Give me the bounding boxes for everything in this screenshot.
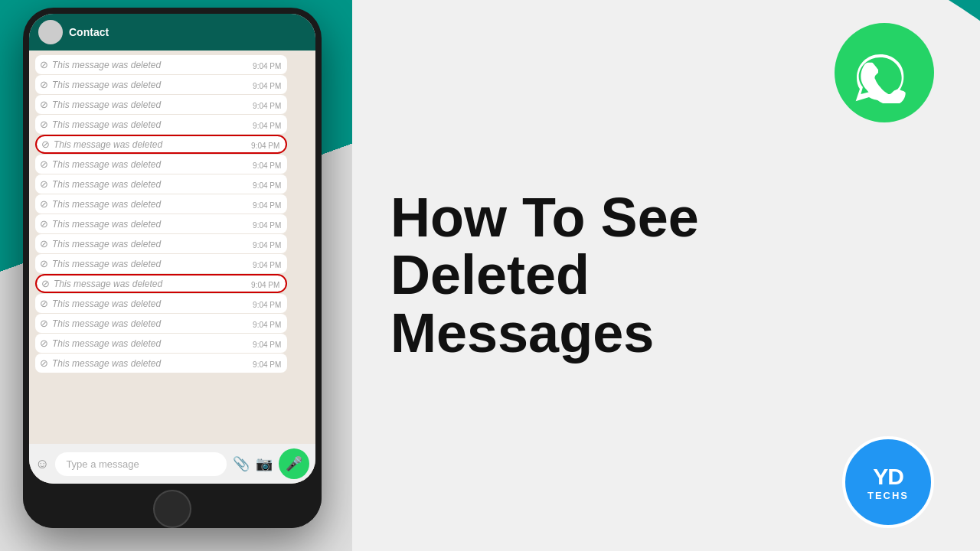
deleted-text: This message was deleted xyxy=(52,239,161,249)
deleted-icon: ⊘ xyxy=(40,79,48,90)
deleted-text: This message was deleted xyxy=(52,259,161,269)
message-time: 9:04 PM xyxy=(253,241,281,249)
deleted-icon: ⊘ xyxy=(40,357,48,369)
chat-avatar xyxy=(38,20,63,44)
chat-name: Contact xyxy=(69,26,109,38)
home-button[interactable] xyxy=(153,490,191,528)
yd-techs-logo: YD TECHS xyxy=(842,436,934,528)
message-item: ⊘ This message was deleted 9:04 PM xyxy=(35,334,287,353)
message-time: 9:04 PM xyxy=(253,221,281,230)
deleted-icon: ⊘ xyxy=(40,198,48,210)
deleted-text: This message was deleted xyxy=(52,60,161,70)
message-time: 9:04 PM xyxy=(253,360,281,369)
deleted-text: This message was deleted xyxy=(52,219,161,230)
deleted-text: This message was deleted xyxy=(52,318,161,329)
yd-text: YD xyxy=(873,464,903,490)
phone-screen: Contact ⊘ This message was deleted 9:04 … xyxy=(29,14,315,484)
deleted-text: This message was deleted xyxy=(52,358,161,369)
message-item: ⊘ This message was deleted 9:04 PM xyxy=(35,75,287,94)
left-panel: Contact ⊘ This message was deleted 9:04 … xyxy=(0,0,352,551)
deleted-icon: ⊘ xyxy=(41,139,50,150)
message-left: ⊘ This message was deleted xyxy=(40,357,161,369)
right-panel: How To See Deleted Messages YD TECHS xyxy=(352,0,980,551)
message-time: 9:04 PM xyxy=(253,201,281,210)
message-time: 9:04 PM xyxy=(253,301,281,309)
right-content: How To See Deleted Messages xyxy=(390,189,942,363)
message-item: ⊘ This message was deleted 9:04 PM xyxy=(35,55,287,74)
phone-home-area xyxy=(23,490,322,528)
message-left: ⊘ This message was deleted xyxy=(40,79,161,90)
message-time: 9:04 PM xyxy=(253,102,281,110)
message-item: ⊘ This message was deleted 9:04 PM xyxy=(35,234,287,253)
deleted-text: This message was deleted xyxy=(52,199,161,210)
message-item: ⊘ This message was deleted 9:04 PM xyxy=(35,214,287,233)
message-time: 9:04 PM xyxy=(253,341,281,349)
message-left: ⊘ This message was deleted xyxy=(40,198,161,210)
message-time: 9:04 PM xyxy=(251,142,279,150)
chat-header: Contact xyxy=(29,14,315,51)
attachment-icon[interactable]: 📎 xyxy=(233,455,250,472)
title-line2: Deleted xyxy=(390,246,942,305)
camera-icon[interactable]: 📷 xyxy=(256,455,273,472)
yd-circle: YD TECHS xyxy=(842,436,934,528)
deleted-text: This message was deleted xyxy=(54,139,162,150)
message-item: ⊘ This message was deleted 9:04 PM xyxy=(35,314,287,333)
message-time: 9:04 PM xyxy=(253,161,281,170)
message-left: ⊘ This message was deleted xyxy=(40,318,161,329)
message-left: ⊘ This message was deleted xyxy=(40,337,161,349)
deleted-icon: ⊘ xyxy=(40,59,48,70)
deleted-icon: ⊘ xyxy=(40,158,48,170)
deleted-text: This message was deleted xyxy=(52,80,161,90)
message-left: ⊘ This message was deleted xyxy=(41,139,162,150)
deleted-text: This message was deleted xyxy=(52,159,161,170)
message-item: ⊘ This message was deleted 9:04 PM xyxy=(35,115,287,134)
deleted-text: This message was deleted xyxy=(52,298,161,309)
message-left: ⊘ This message was deleted xyxy=(40,298,161,309)
phone-mockup: Contact ⊘ This message was deleted 9:04 … xyxy=(23,8,322,528)
mic-button[interactable]: 🎤 xyxy=(279,448,309,479)
message-time: 9:04 PM xyxy=(253,321,281,329)
message-time: 9:04 PM xyxy=(251,281,279,289)
main-title: How To See Deleted Messages xyxy=(390,189,942,363)
message-time: 9:04 PM xyxy=(253,181,281,190)
chat-input-bar: ☺ Type a message 📎 📷 🎤 xyxy=(29,444,315,484)
message-left: ⊘ This message was deleted xyxy=(40,119,161,130)
message-item: ⊘ This message was deleted 9:04 PM xyxy=(35,294,287,313)
message-left: ⊘ This message was deleted xyxy=(40,59,161,70)
message-left: ⊘ This message was deleted xyxy=(40,99,161,110)
emoji-icon[interactable]: ☺ xyxy=(35,456,49,472)
deleted-text: This message was deleted xyxy=(52,179,161,190)
deleted-text: This message was deleted xyxy=(52,99,161,110)
message-input[interactable]: Type a message xyxy=(55,452,227,476)
message-left: ⊘ This message was deleted xyxy=(40,218,161,230)
message-time: 9:04 PM xyxy=(253,122,281,130)
whatsapp-circle xyxy=(835,23,934,122)
title-line1: How To See xyxy=(390,189,942,247)
message-left: ⊘ This message was deleted xyxy=(40,258,161,269)
deleted-icon: ⊘ xyxy=(40,99,48,110)
deleted-icon: ⊘ xyxy=(40,178,48,190)
page-container: Contact ⊘ This message was deleted 9:04 … xyxy=(0,0,980,551)
message-item: ⊘ This message was deleted 9:04 PM xyxy=(35,135,287,154)
message-left: ⊘ This message was deleted xyxy=(40,178,161,190)
deleted-icon: ⊘ xyxy=(40,258,48,269)
message-item: ⊘ This message was deleted 9:04 PM xyxy=(35,194,287,214)
yd-sub-text: TECHS xyxy=(867,490,909,501)
message-item: ⊘ This message was deleted 9:04 PM xyxy=(35,254,287,273)
message-left: ⊘ This message was deleted xyxy=(40,238,161,249)
chat-messages: ⊘ This message was deleted 9:04 PM ⊘ Thi… xyxy=(29,51,315,444)
message-left: ⊘ This message was deleted xyxy=(41,278,162,289)
deleted-icon: ⊘ xyxy=(40,318,48,329)
deleted-icon: ⊘ xyxy=(40,218,48,230)
deleted-icon: ⊘ xyxy=(40,298,48,309)
message-time: 9:04 PM xyxy=(253,82,281,90)
message-item: ⊘ This message was deleted 9:04 PM xyxy=(35,354,287,373)
whatsapp-phone-svg xyxy=(854,42,915,103)
deleted-text: This message was deleted xyxy=(52,119,161,130)
deleted-icon: ⊘ xyxy=(41,278,50,289)
message-item: ⊘ This message was deleted 9:04 PM xyxy=(35,95,287,114)
input-placeholder: Type a message xyxy=(66,458,139,470)
deleted-text: This message was deleted xyxy=(54,279,162,289)
message-time: 9:04 PM xyxy=(253,261,281,269)
message-item: ⊘ This message was deleted 9:04 PM xyxy=(35,174,287,194)
